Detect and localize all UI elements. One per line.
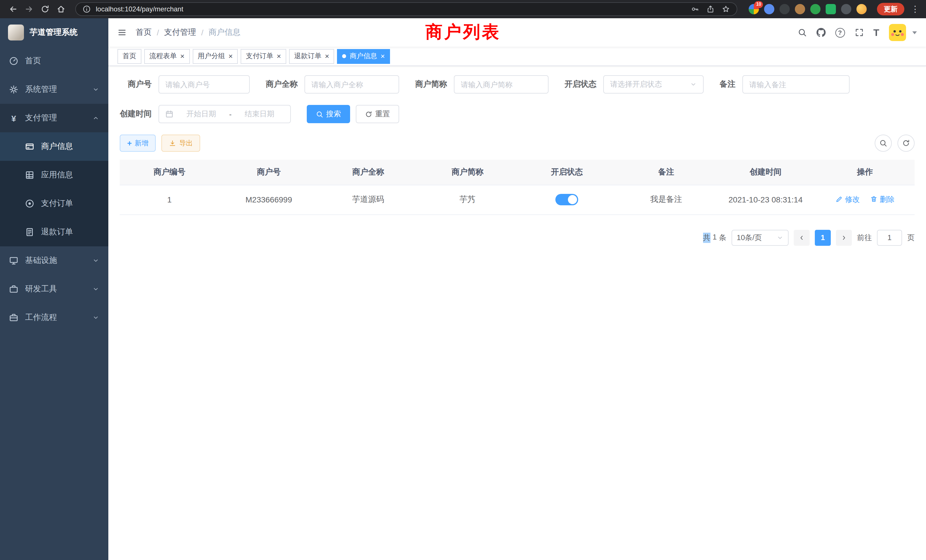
full-name-field xyxy=(304,75,399,94)
sidebar-item-infrastructure[interactable]: 基础设施 xyxy=(0,246,108,275)
sidebar-item-label: 工作流程 xyxy=(25,312,57,323)
font-size-icon[interactable]: T xyxy=(873,28,879,37)
tab-home[interactable]: 首页 xyxy=(118,49,141,64)
app-logo[interactable]: 芋道管理系统 xyxy=(0,18,108,47)
page-size-select[interactable]: 10条/页 xyxy=(732,230,788,245)
edit-link[interactable]: 修改 xyxy=(835,194,860,205)
breadcrumb-item[interactable]: 首页 xyxy=(136,27,152,38)
search-button[interactable]: 搜索 xyxy=(307,105,350,123)
tab-pay-order[interactable]: 支付订单 × xyxy=(241,49,286,64)
full-name-input[interactable] xyxy=(311,80,392,89)
sidebar-item-label: 研发工具 xyxy=(25,284,57,294)
toggle-search-button[interactable] xyxy=(875,135,892,152)
tab-label: 用户分组 xyxy=(198,51,225,61)
filter-row-2: 创建时间 开始日期 - 结束日期 搜索 重置 xyxy=(120,105,915,123)
sidebar-item-app-info[interactable]: 应用信息 xyxy=(0,161,108,189)
merchant-no-input[interactable] xyxy=(165,80,243,89)
extension-icon-6[interactable] xyxy=(826,4,836,14)
yen-icon: ¥ xyxy=(9,114,18,122)
sidebar-item-refund-order[interactable]: 退款订单 xyxy=(0,218,108,246)
search-icon[interactable] xyxy=(797,28,806,37)
tab-process-form[interactable]: 流程表单 × xyxy=(144,49,189,64)
sidebar-item-payment[interactable]: ¥ 支付管理 xyxy=(0,104,108,132)
sidebar-item-pay-order[interactable]: 支付订单 xyxy=(0,189,108,218)
site-info-icon[interactable] xyxy=(83,5,91,13)
sidebar-item-dev-tools[interactable]: 研发工具 xyxy=(0,275,108,303)
prev-page-button[interactable] xyxy=(794,230,809,245)
next-page-button[interactable] xyxy=(836,230,852,245)
close-icon[interactable]: × xyxy=(277,52,281,60)
address-bar[interactable]: localhost:1024/pay/merchant xyxy=(75,2,737,16)
reset-button[interactable]: 重置 xyxy=(356,105,399,123)
share-icon[interactable] xyxy=(707,5,714,13)
sidebar-item-label: 商户信息 xyxy=(41,141,73,152)
col-merchant-id: 商户编号 xyxy=(120,160,219,185)
menu-fold-icon[interactable] xyxy=(118,28,127,37)
date-range-input[interactable]: 开始日期 - 结束日期 xyxy=(159,105,291,123)
breadcrumb-separator: / xyxy=(201,28,204,37)
extension-icon-3[interactable] xyxy=(779,4,790,14)
total-count: 共 1 条 xyxy=(703,232,726,243)
add-button[interactable]: + 新增 xyxy=(120,135,156,152)
tab-refund-order[interactable]: 退款订单 × xyxy=(289,49,334,64)
omnibox-actions xyxy=(691,5,730,13)
tab-user-group[interactable]: 用户分组 × xyxy=(192,49,238,64)
total-suffix: 条 xyxy=(719,232,726,243)
main-area: 首页 / 支付管理 / 商户信息 ? T xyxy=(108,18,926,560)
browser-menu-icon[interactable]: ⋮ xyxy=(910,4,920,14)
goto-page-input[interactable] xyxy=(877,230,902,245)
profile-avatar[interactable] xyxy=(856,4,867,14)
tab-merchant-info[interactable]: 商户信息 × xyxy=(337,49,390,64)
page-number-button[interactable]: 1 xyxy=(815,230,831,245)
status-select[interactable]: 请选择开启状态 xyxy=(603,75,704,94)
sidebar-item-merchant-info[interactable]: 商户信息 xyxy=(0,132,108,161)
bookmark-star-icon[interactable] xyxy=(722,5,730,13)
filter-label: 商户号 xyxy=(120,79,159,89)
sidebar-item-workflow[interactable]: 工作流程 xyxy=(0,303,108,332)
remark-field xyxy=(742,75,850,94)
pagination: 共 1 条 10条/页 1 前往 页 xyxy=(120,230,915,245)
sidebar-item-home[interactable]: 首页 xyxy=(0,47,108,75)
total-number: 1 xyxy=(713,232,717,243)
delete-link[interactable]: 删除 xyxy=(870,194,895,205)
chevron-down-icon xyxy=(92,286,99,292)
reset-button-label: 重置 xyxy=(375,109,390,119)
breadcrumb-current: 商户信息 xyxy=(209,27,241,38)
key-icon[interactable] xyxy=(691,5,699,13)
breadcrumb-item[interactable]: 支付管理 xyxy=(164,27,196,38)
tab-label: 支付订单 xyxy=(246,51,273,61)
close-icon[interactable]: × xyxy=(228,52,233,60)
refresh-button[interactable] xyxy=(897,135,915,152)
close-icon[interactable]: × xyxy=(180,52,185,60)
user-avatar[interactable] xyxy=(889,24,906,41)
status-toggle[interactable] xyxy=(555,194,578,205)
filter-label: 商户简称 xyxy=(415,79,454,89)
col-create-time: 创建时间 xyxy=(716,160,816,185)
extension-icon-2[interactable] xyxy=(764,4,774,14)
export-button[interactable]: 导出 xyxy=(161,135,200,152)
monitor-icon xyxy=(9,256,18,265)
github-icon[interactable] xyxy=(816,28,825,37)
tags-bar: 首页 流程表单 × 用户分组 × 支付订单 × 退款订单 × xyxy=(108,47,926,66)
help-icon[interactable]: ? xyxy=(835,28,845,37)
sidebar-item-system[interactable]: 系统管理 xyxy=(0,75,108,104)
remark-input[interactable] xyxy=(749,80,843,89)
back-button[interactable] xyxy=(6,2,21,17)
forward-button[interactable] xyxy=(22,2,36,17)
home-button[interactable] xyxy=(54,2,68,17)
url-text: localhost:1024/pay/merchant xyxy=(96,5,691,13)
merchant-table: 商户编号 商户号 商户全称 商户简称 开启状态 备注 创建时间 操作 1 xyxy=(120,160,915,215)
close-icon[interactable]: × xyxy=(325,52,329,60)
extension-icon-7[interactable] xyxy=(841,4,851,14)
close-icon[interactable]: × xyxy=(381,52,385,60)
extension-icon-5[interactable] xyxy=(810,4,820,14)
short-name-input[interactable] xyxy=(461,80,542,89)
toolbar-right xyxy=(875,135,915,152)
caret-down-icon[interactable] xyxy=(912,31,917,34)
extension-icon-1[interactable]: 10 xyxy=(749,4,759,14)
extension-icon-4[interactable] xyxy=(795,4,805,14)
reload-button[interactable] xyxy=(38,2,53,17)
filter-label: 开启状态 xyxy=(564,79,603,89)
fullscreen-icon[interactable] xyxy=(855,28,864,37)
update-button[interactable]: 更新 xyxy=(877,3,904,15)
